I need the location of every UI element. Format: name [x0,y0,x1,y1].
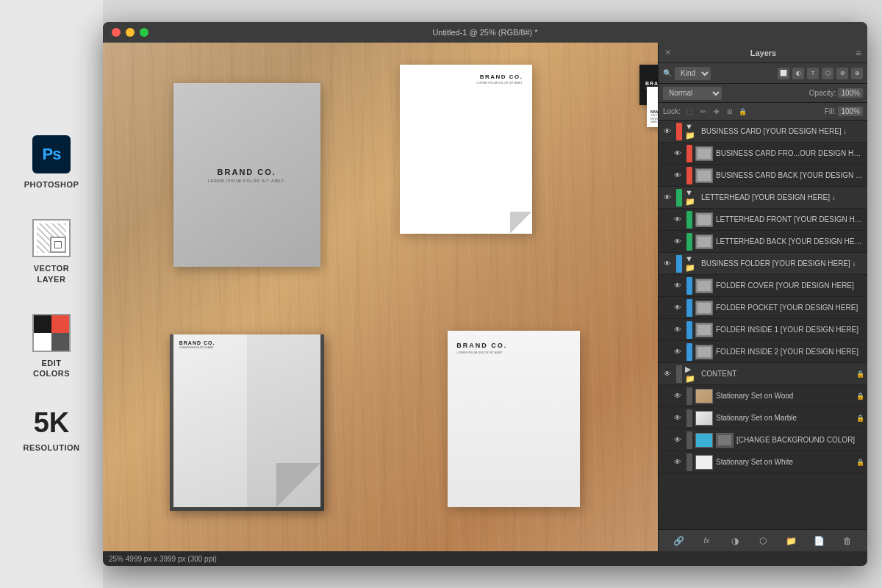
minimize-button[interactable] [126,28,135,37]
lock-move-icon[interactable]: ✥ [711,107,722,117]
folder-expand-icon[interactable]: ▼📁 [685,258,698,270]
lock-paint-icon[interactable]: ✏ [698,107,709,117]
colors-label: EDITCOLORS [33,358,70,379]
eye-icon[interactable]: 👁 [662,258,673,270]
panel-close[interactable]: ✕ [664,48,671,57]
lock-all-icon[interactable]: 🔒 [738,107,748,117]
search-kind-select[interactable]: Kind [675,67,711,80]
br-paper: BRAND CO. LOREM IPSUM DOLOR SIT AMET [448,331,580,507]
layer-marble[interactable]: 👁 Stationary Set on Marble 🔒 [659,407,867,429]
bc-details: JOB TITLE HEREWWW.BRANDCO.COMSAMPLE@BRAN… [650,114,658,123]
eye-icon[interactable]: 👁 [672,456,684,468]
layer-color-red [686,145,692,162]
eye-icon[interactable]: 👁 [662,368,673,380]
eye-icon[interactable]: 👁 [662,192,673,204]
eye-icon[interactable]: 👁 [672,236,684,248]
layer-group-business-card[interactable]: 👁 ▼📁 BUSINESS CARD [YOUR DESIGN HERE] ↓ [659,121,867,143]
layer-white[interactable]: 👁 Stationary Set on White 🔒 [659,451,867,473]
resolution-feature: 5K RESOLUTION [23,409,79,453]
panel-menu-icon[interactable]: ≡ [856,47,861,59]
ps-status-text: 25% 4999 px x 3999 px (300 ppi) [109,555,217,563]
filter-extra-icon[interactable]: ⊕ [851,68,863,79]
color-white [34,333,51,351]
lock-artboard-icon[interactable]: ⊞ [725,107,735,117]
layer-thumb-lh-front [695,212,713,227]
layer-bg-color[interactable]: 👁 [CHANGE BACKGROUND COLOR] [659,429,867,451]
panel-title: Layers [750,49,776,57]
layer-lh-front[interactable]: 👁 LETTERHEAD FRONT [YOUR DESIGN HERE] [659,209,867,231]
lh-curl [510,212,532,234]
blend-mode-select[interactable]: Normal [663,87,722,100]
eye-icon[interactable]: 👁 [672,324,684,336]
filter-shape-icon[interactable]: ⬡ [822,68,833,79]
layer-folder-inside1[interactable]: 👁 FOLDER INSIDE 1 [YOUR DESIGN HERE] [659,319,867,341]
eye-icon[interactable]: 👁 [662,126,673,137]
layer-biz-back[interactable]: 👁 BUSINESS CARD BACK [YOUR DESIGN HERE] [659,165,867,187]
eye-icon[interactable]: 👁 [672,390,684,402]
colors-icon-container [32,314,71,352]
svg-rect-17 [718,435,731,445]
layer-color-green [676,189,682,207]
layer-color-gray [686,431,692,449]
layer-name-bg-color: [CHANGE BACKGROUND COLOR] [736,436,864,444]
fx-icon[interactable]: fx [699,534,714,548]
layers-list[interactable]: 👁 ▼📁 BUSINESS CARD [YOUR DESIGN HERE] ↓ … [659,121,867,529]
layer-name-wood: Stationary Set on Wood [716,392,853,400]
folder-expand-icon[interactable]: ▶📁 [685,368,698,380]
colors-icon [32,314,71,352]
eye-icon[interactable]: 👁 [672,214,684,226]
filter-pixel-icon[interactable]: ⬜ [778,68,789,79]
eye-icon[interactable]: 👁 [672,434,684,446]
filter-adjust-icon[interactable]: ◐ [792,68,804,79]
eye-icon[interactable]: 👁 [672,412,684,424]
layer-color-green [686,233,692,251]
filter-smart-icon[interactable]: ⊛ [836,68,848,79]
layer-lock-icon: 🔒 [856,459,864,466]
layer-name-biz-card-group: BUSINESS CARD [YOUR DESIGN HERE] ↓ [701,127,864,135]
eye-icon[interactable]: 👁 [672,302,684,314]
layer-name-folder-inside2: FOLDER INSIDE 2 [YOUR DESIGN HERE] [716,348,864,356]
layer-folder-pocket[interactable]: 👁 FOLDER POCKET [YOUR DESIGN HERE] [659,297,867,319]
eye-icon[interactable]: 👁 [672,280,684,292]
layer-name-folder-pocket: FOLDER POCKET [YOUR DESIGN HERE] [716,304,864,312]
fill-row: Fill: 100% [825,107,863,116]
filter-text-icon[interactable]: T [807,68,819,79]
mask-icon[interactable]: ⬡ [756,534,770,548]
layer-group-folder[interactable]: 👁 ▼📁 BUSINESS FOLDER [YOUR DESIGN HERE] … [659,253,867,275]
layer-group-content[interactable]: 👁 ▶📁 CONTENT 🔒 [659,363,867,385]
layer-folder-inside2[interactable]: 👁 FOLDER INSIDE 2 [YOUR DESIGN HERE] [659,341,867,363]
canvas-area[interactable]: BRAND CO. LOREM IPSUM DOLOR SIT AMET. BR… [103,43,658,551]
eye-icon[interactable]: 👁 [672,148,684,159]
folder-expand-icon[interactable]: ▼📁 [685,192,698,204]
layer-name-marble: Stationary Set on Marble [716,414,853,422]
opacity-value[interactable]: 100% [838,88,863,98]
link-icon[interactable]: 🔗 [671,534,686,548]
layer-name-folder-cover: FOLDER COVER [YOUR DESIGN HERE] [716,282,864,290]
layer-color-blue [686,321,692,339]
layer-lh-back[interactable]: 👁 LETTERHEAD BACK [YOUR DESIGN HERE] [659,231,867,253]
eye-icon[interactable]: 👁 [672,170,684,182]
new-group-icon[interactable]: 📁 [784,534,798,548]
layer-name-folder-inside1: FOLDER INSIDE 1 [YOUR DESIGN HERE] [716,326,864,334]
layer-wood[interactable]: 👁 Stationary Set on Wood 🔒 [659,385,867,407]
folder-expand-icon[interactable]: ▼📁 [685,126,698,137]
layer-thumb-lh-back [695,234,713,249]
vector-icon-inner [50,237,66,253]
fill-value[interactable]: 100% [838,107,863,116]
br-sub: LOREM IPSUM DOLOR SIT AMET [456,351,571,354]
adjustment-icon[interactable]: ◑ [728,534,742,548]
layer-thumb-biz-front [695,146,713,161]
layer-folder-cover[interactable]: 👁 FOLDER COVER [YOUR DESIGN HERE] [659,275,867,297]
close-button[interactable] [112,28,121,37]
br-brand: BRAND CO. [456,342,571,349]
maximize-button[interactable] [140,28,148,37]
color-red [51,315,69,333]
vector-icon-container [32,219,71,257]
new-layer-icon[interactable]: 📄 [812,534,827,548]
eye-icon[interactable]: 👁 [672,346,684,358]
lock-transparent-icon[interactable]: ⬚ [685,107,695,117]
colors-feature: EDITCOLORS [32,314,71,379]
layer-group-letterhead[interactable]: 👁 ▼📁 LETTERHEAD [YOUR DESIGN HERE] ↓ [659,187,867,209]
trash-icon[interactable]: 🗑 [840,534,855,548]
layer-biz-front[interactable]: 👁 BUSINESS CARD FRO...OUR DESIGN HERE] [659,143,867,165]
